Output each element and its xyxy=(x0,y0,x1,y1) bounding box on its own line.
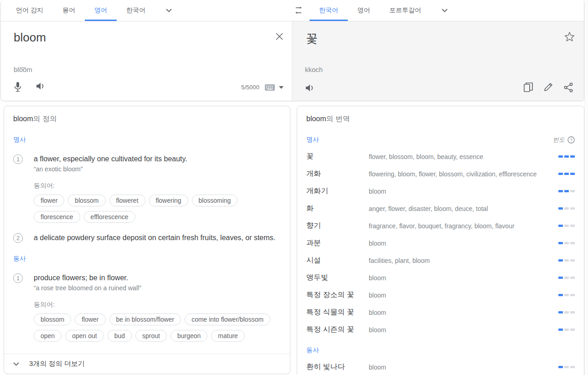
chevron-down-icon xyxy=(442,9,448,12)
share-icon xyxy=(564,82,573,92)
swap-languages-button[interactable] xyxy=(292,0,309,21)
translation-row[interactable]: 앵두빛bloom xyxy=(303,273,578,283)
definition-content: produce flowers; be in flower.“a rose tr… xyxy=(34,273,284,342)
synonym-chip[interactable]: blossoming xyxy=(192,195,238,206)
definition-number-circle: 1 xyxy=(13,273,23,283)
definitions-card: bloom의 정의 명사1a flower, especially one cu… xyxy=(4,106,290,374)
reverse-translations: anger, flower, disaster, bloom, deuce, t… xyxy=(366,205,555,212)
reverse-translations: flowering, bloom, flower, blossom, civil… xyxy=(366,170,555,178)
synonym-chip[interactable]: flower xyxy=(34,195,64,206)
reverse-translations: bloom xyxy=(366,309,555,316)
star-icon xyxy=(564,31,575,41)
translation-row[interactable]: 개화flowering, bloom, flower, blossom, civ… xyxy=(303,169,578,179)
synonym-chips: flowerblossomfloweretfloweringblossoming… xyxy=(34,195,284,223)
source-text-panel[interactable]: bloom blo͞om xyxy=(1,21,292,101)
synonym-chip[interactable]: burgeon xyxy=(170,330,207,342)
source-language-tab[interactable]: 언어 감지 xyxy=(6,0,53,21)
source-language-tab[interactable]: 한국어 xyxy=(117,0,155,21)
synonym-chip[interactable]: come into flower/blossom xyxy=(185,313,270,325)
target-language-dropdown[interactable] xyxy=(431,0,459,21)
synonym-chip[interactable]: floweret xyxy=(109,195,145,206)
translation-row[interactable]: 특정 시즌의 꽃bloom xyxy=(303,325,578,334)
definition-example: “an exotic bloom” xyxy=(34,165,284,173)
frequency-bar-segment xyxy=(558,259,563,262)
source-text[interactable]: bloom xyxy=(14,31,46,45)
source-language-tab[interactable]: 영어 xyxy=(85,0,117,21)
target-language-tab[interactable]: 포르투갈어 xyxy=(380,0,431,21)
chevron-down-icon xyxy=(166,9,172,12)
synonym-chip[interactable]: open out xyxy=(65,330,104,342)
definition-content: a delicate powdery surface deposit on ce… xyxy=(34,233,284,243)
reverse-translations: flower, blossom, bloom, beauty, essence xyxy=(366,153,555,160)
frequency-bar-segment xyxy=(564,366,569,368)
more-definitions-button[interactable]: 3개의 정의 더보기 xyxy=(4,354,290,374)
frequency-bar-segment xyxy=(558,225,563,227)
keyboard-icon xyxy=(265,84,275,91)
source-language-tabs: 언어 감지몽어영어한국어 xyxy=(1,0,292,21)
synonym-chip[interactable]: mature xyxy=(211,330,245,342)
scrollbar-gutter[interactable] xyxy=(584,0,588,375)
synonym-chip[interactable]: blossom xyxy=(68,195,105,206)
frequency-bar-segment xyxy=(570,173,575,175)
translation-row[interactable]: 개화기bloom xyxy=(303,186,578,196)
frequency-bar-segment xyxy=(558,207,563,210)
more-definitions-label: 3개의 정의 더보기 xyxy=(29,360,85,368)
definitions-body: 명사1a flower, especially one cultivated f… xyxy=(10,136,284,342)
translation-row[interactable]: 환히 빛나다bloom xyxy=(303,362,578,372)
translation-word: 시설 xyxy=(306,256,366,265)
frequency-bar-segment xyxy=(564,311,569,313)
source-language-tab[interactable]: 몽어 xyxy=(53,0,85,21)
frequency-bar-segment xyxy=(570,294,575,296)
synonym-chip[interactable]: sprout xyxy=(135,330,167,342)
synonyms-label: 동의어: xyxy=(34,182,284,190)
translation-row[interactable]: 특정 식물의 꽃bloom xyxy=(303,308,578,317)
microphone-button[interactable] xyxy=(14,82,22,92)
synonym-chip[interactable]: open xyxy=(34,330,62,342)
clear-source-button[interactable] xyxy=(275,32,284,41)
synonym-chip[interactable]: flower xyxy=(75,313,105,325)
translation-row[interactable]: 꽃flower, blossom, bloom, beauty, essence xyxy=(303,152,578,161)
target-language-tab[interactable]: 한국어 xyxy=(309,0,348,21)
translations-title-word: bloom xyxy=(306,115,326,123)
source-language-dropdown[interactable] xyxy=(155,0,183,21)
translation-word: 특정 장소의 꽃 xyxy=(306,290,366,300)
translation-row[interactable]: 과분bloom xyxy=(303,238,578,248)
translation-row[interactable]: 화anger, flower, disaster, bloom, deuce, … xyxy=(303,204,578,213)
synonym-chip[interactable]: blossom xyxy=(34,313,71,325)
synonym-chip[interactable]: bud xyxy=(108,330,132,342)
translation-word: 화 xyxy=(306,204,366,213)
translation-row[interactable]: 시설facilities, plant, bloom xyxy=(303,256,578,265)
svg-text:?: ? xyxy=(570,138,572,142)
frequency-bars xyxy=(555,277,575,279)
save-translation-button[interactable] xyxy=(564,31,575,41)
synonym-chip[interactable]: florescence xyxy=(34,211,80,223)
target-language-tab[interactable]: 영어 xyxy=(348,0,380,21)
frequency-label: 빈도 xyxy=(553,136,565,144)
frequency-bar-segment xyxy=(558,242,563,244)
frequency-help-button[interactable]: ? xyxy=(567,136,575,144)
frequency-bar-segment xyxy=(570,225,575,227)
part-of-speech-label: 동사 xyxy=(13,255,284,263)
part-of-speech-label: 명사 xyxy=(13,136,284,144)
frequency-bar-segment xyxy=(558,366,563,368)
frequency-bar-segment xyxy=(558,173,563,175)
synonym-chip[interactable]: flowering xyxy=(149,195,188,206)
speaker-icon xyxy=(36,82,46,91)
synonym-chip[interactable]: be in blossom/flower xyxy=(109,313,181,325)
suggest-edit-button[interactable] xyxy=(544,82,553,92)
definition-number-circle: 2 xyxy=(13,233,23,243)
share-translation-button[interactable] xyxy=(564,82,573,92)
result-cards: bloom의 정의 명사1a flower, especially one cu… xyxy=(4,106,584,375)
translation-row[interactable]: 향기fragrance, flavor, bouquet, fragrancy,… xyxy=(303,221,578,231)
listen-target-button[interactable] xyxy=(305,83,315,92)
reverse-translations: bloom xyxy=(366,326,555,334)
translations-body: 명사빈도?꽃flower, blossom, bloom, beauty, es… xyxy=(303,136,578,375)
synonym-chip[interactable]: efflorescence xyxy=(84,211,135,223)
input-tools-button[interactable] xyxy=(265,84,284,91)
listen-source-button[interactable] xyxy=(36,82,46,92)
frequency-bar-segment xyxy=(570,155,575,158)
copy-translation-button[interactable] xyxy=(524,82,533,92)
synonyms-label: 동의어: xyxy=(34,301,284,309)
definition-number: 1 xyxy=(13,273,34,342)
translation-row[interactable]: 특정 장소의 꽃bloom xyxy=(303,290,578,300)
